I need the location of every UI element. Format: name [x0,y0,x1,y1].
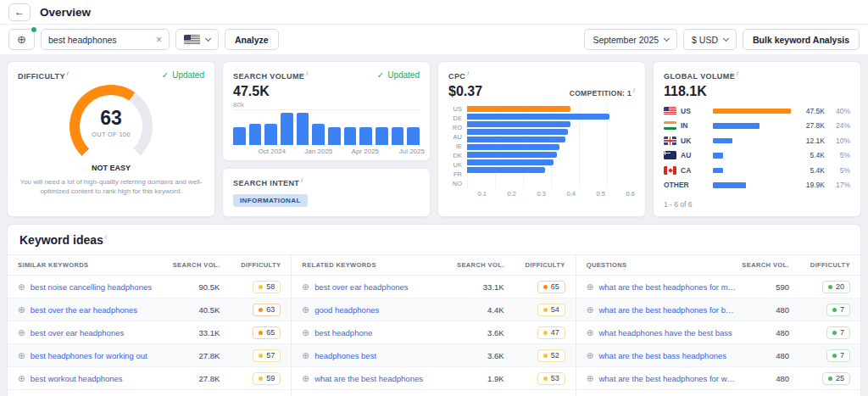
add-to-list-icon[interactable]: ⊕ [302,305,309,315]
keyword-link[interactable]: good headphones [314,305,379,315]
search-volume-cell: 90.5K [167,282,220,292]
country-volume: 47.5K [796,107,825,115]
table-row: ⊕best over ear headphones33.1K65 [8,321,291,344]
keyword-link[interactable]: headphones best [314,351,376,360]
cpc-x-axis: 0.10.20.30.40.50.6 [457,189,645,198]
add-to-list-icon[interactable]: ⊕ [302,282,309,292]
add-to-list-icon[interactable]: ⊕ [587,305,594,315]
keyword-search-field[interactable]: × [41,29,170,50]
country-volume-bar [713,138,732,144]
cpc-card-header: CPCi [438,62,645,83]
country-volume-bar [713,182,746,188]
search-volume-cell: 33.1K [167,328,220,337]
gauge-center: 63 OUT OF 100 [70,85,153,161]
keyword-link[interactable]: what are the best headphones [314,374,423,383]
difficulty-number: 25 [836,374,844,382]
difficulty-dot [543,331,548,335]
keyword-link[interactable]: what are the best headphones for bass [598,305,737,315]
add-to-list-icon[interactable]: ⊕ [18,305,25,315]
add-to-list-icon[interactable]: ⊕ [18,328,25,337]
keyword-link[interactable]: best workout headphones [31,374,123,383]
keyword-link[interactable]: best noise cancelling headphones [31,282,152,292]
back-button[interactable]: ← [8,3,31,21]
keyword-table: SIMILAR KEYWORDSSEARCH VOL.DIFFICULTY⊕be… [8,255,292,396]
difficulty-badge: 65 [253,326,281,339]
difficulty-card-header: DIFFICULTYi ✓Updated [8,62,214,83]
country-volume-bar [713,123,760,129]
plus-circle-icon: ⊕ [17,33,26,46]
table-name-header: QUESTIONS [587,261,737,269]
country-code: CA [681,166,691,175]
x-tick-label: Jul 2025 [399,148,425,155]
country-cell: UK [664,137,708,145]
keyword-input[interactable] [48,35,153,45]
volume-bar [281,113,293,145]
info-icon[interactable]: i [301,176,303,184]
add-to-list-icon[interactable]: ⊕ [302,351,309,360]
currency-dropdown[interactable]: $ USD [683,29,737,50]
add-to-list-icon[interactable]: ⊕ [302,328,309,337]
chevron-down-icon [205,36,211,42]
page-title: Overview [40,6,91,19]
cpc-bar [467,137,565,142]
cpc-country-label: IE [448,142,462,151]
metric-cards-row: DIFFICULTYi ✓Updated 63 OUT OF 100 NOT E… [0,54,868,224]
keyword-link[interactable]: what are the best headphones for mu... [598,282,737,292]
add-to-list-icon[interactable]: ⊕ [18,351,25,360]
difficulty-dot [259,331,263,335]
table-header-row: QUESTIONSSEARCH VOL.DIFFICULTY [576,255,860,276]
cpc-country-label: FR [448,170,462,179]
ca-flag-icon [664,166,676,175]
keyword-link[interactable]: best over ear headphones [314,282,408,292]
us-flag-icon [664,107,676,115]
clear-icon[interactable]: × [156,35,162,45]
cpc-country-label: DE [448,114,462,123]
search-volume-cell: 480 [737,305,789,315]
country-dropdown[interactable] [175,29,219,50]
keyword-link[interactable]: best headphones for working out [31,351,147,360]
search-volume-cell: 3.6K [452,351,504,360]
table-footer: →VIEW DETAILED REPORT (477) [576,390,860,396]
table-row: ⊕good headphones4.4K54 [292,298,575,321]
info-icon[interactable]: i [67,70,69,77]
add-to-list-icon[interactable]: ⊕ [587,328,594,337]
add-to-list-icon[interactable]: ⊕ [18,282,25,292]
intent-badge[interactable]: INFORMATIONAL [233,194,308,207]
keyword-cell: ⊕best over ear headphones [302,282,451,292]
keyword-link[interactable]: best over ear headphones [31,328,124,337]
country-percent: 24% [830,121,850,130]
top-header: ← Overview [0,0,868,25]
search-volume-cell: 27.8K [167,374,220,383]
keyword-link[interactable]: best over the ear headphones [31,305,137,315]
info-icon[interactable]: i [633,86,635,94]
keyword-link[interactable]: what headphones have the best bass [598,328,732,337]
info-icon[interactable]: i [737,70,738,77]
bulk-analysis-button[interactable]: Bulk keyword Analysis [743,29,860,50]
info-icon[interactable]: i [467,70,469,77]
difficulty-badge: 65 [537,281,565,293]
add-keyword-button[interactable]: ⊕ [8,29,35,50]
add-to-list-icon[interactable]: ⊕ [18,374,25,383]
date-dropdown[interactable]: September 2025 [584,29,677,50]
cpc-country-label: UK [448,160,462,170]
info-icon[interactable]: i [306,70,308,77]
add-to-list-icon[interactable]: ⊕ [587,351,594,360]
keyword-link[interactable]: what are the best bass headphones [598,351,726,360]
add-to-list-icon[interactable]: ⊕ [302,374,309,383]
cpc-x-tick: 0.6 [605,190,635,198]
cpc-bar [467,129,568,135]
add-to-list-icon[interactable]: ⊕ [587,282,594,292]
keyword-cell: ⊕best over the ear headphones [18,305,167,315]
volume-bar [312,124,325,145]
cpc-x-tick: 0.4 [546,190,576,198]
add-to-list-icon[interactable]: ⊕ [587,374,594,383]
analyze-button[interactable]: Analyze [225,29,279,50]
keyword-table: RELATED KEYWORDSSEARCH VOL.DIFFICULTY⊕be… [292,255,576,396]
keyword-link[interactable]: what are the best headphones for wo... [598,374,737,383]
info-icon[interactable]: i [105,233,107,241]
table-row: ⊕what are the best headphones for bass48… [576,298,860,321]
keyword-cell: ⊕best over ear headphones [18,328,167,337]
keyword-link[interactable]: best headphone [314,328,372,337]
keyword-cell: ⊕what headphones have the best bass [587,328,737,337]
difficulty-header: DIFFICULTY [220,261,281,269]
